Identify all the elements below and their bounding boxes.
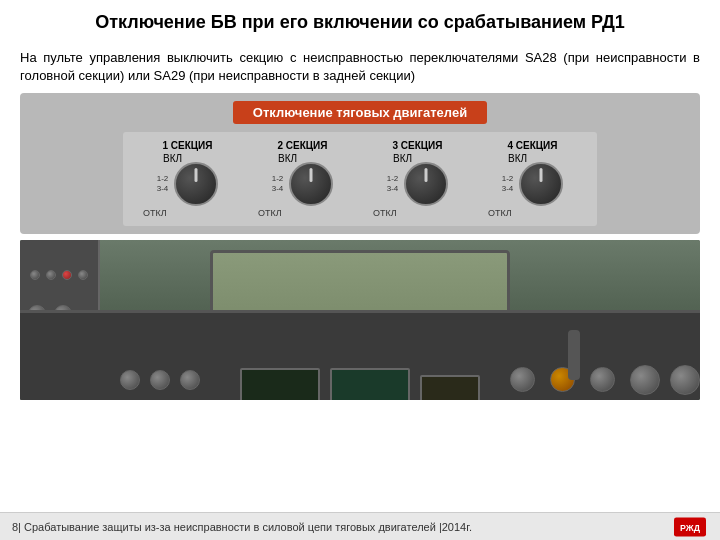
header: Отключение БВ при его включении со сраба… — [0, 0, 720, 41]
sections-container: 1 СЕКЦИЯ ВКЛ 1-2 3-4 ОТКЛ 2 СЕКЦИЯ ВКЛ — [123, 132, 597, 226]
monitor-screen-1 — [240, 368, 320, 400]
dash-panel — [20, 310, 700, 400]
footer-text: 8| Срабатывание защиты из-за неисправнос… — [12, 521, 472, 533]
control-panel-diagram: Отключение тяговых двигателей 1 СЕКЦИЯ В… — [20, 93, 700, 234]
section-4-label: 4 СЕКЦИЯ — [507, 140, 557, 151]
section-1-knob-row: 1-2 3-4 — [157, 162, 219, 206]
section-1-label: 1 СЕКЦИЯ — [162, 140, 212, 151]
monitor-screen-2 — [330, 368, 410, 400]
dash-knob-3 — [180, 370, 200, 390]
monitor-screen-3 — [420, 375, 480, 400]
section-4-knob[interactable] — [519, 162, 563, 206]
indicator-3 — [62, 270, 72, 280]
section-4: 4 СЕКЦИЯ ВКЛ 1-2 3-4 ОТКЛ — [480, 140, 585, 218]
reverser-knob — [630, 365, 660, 395]
section-3-label: 3 СЕКЦИЯ — [392, 140, 442, 151]
brake-knob — [590, 367, 615, 392]
section-1-otkl: ОТКЛ — [143, 208, 167, 218]
section-2-knob-row: 1-2 3-4 — [272, 162, 334, 206]
joystick — [510, 367, 535, 392]
steering-column — [568, 330, 580, 380]
description-text: На пульте управления выключить секцию с … — [0, 41, 720, 93]
section-4-knob-row: 1-2 3-4 — [502, 162, 564, 206]
section-4-otkl: ОТКЛ — [488, 208, 512, 218]
page-title: Отключение БВ при его включении со сраба… — [20, 12, 700, 33]
section-3-otkl: ОТКЛ — [373, 208, 397, 218]
section-2-otkl: ОТКЛ — [258, 208, 282, 218]
section-1: 1 СЕКЦИЯ ВКЛ 1-2 3-4 ОТКЛ — [135, 140, 240, 218]
speed-knob — [670, 365, 700, 395]
panel-title: Отключение тяговых двигателей — [233, 101, 487, 124]
section-2-knob[interactable] — [289, 162, 333, 206]
section-3-knob[interactable] — [404, 162, 448, 206]
indicator-4 — [78, 270, 88, 280]
footer: 8| Срабатывание защиты из-за неисправнос… — [0, 512, 720, 540]
footer-logo: РЖД — [672, 516, 708, 538]
dash-knob-2 — [150, 370, 170, 390]
section-3-knob-row: 1-2 3-4 — [387, 162, 449, 206]
cab-interior — [20, 240, 700, 400]
rzd-logo-svg: РЖД — [674, 517, 706, 537]
section-2-label: 2 СЕКЦИЯ — [277, 140, 327, 151]
dash-knob-1 — [120, 370, 140, 390]
section-2: 2 СЕКЦИЯ ВКЛ 1-2 3-4 ОТКЛ — [250, 140, 355, 218]
section-3: 3 СЕКЦИЯ ВКЛ 1-2 3-4 ОТКЛ — [365, 140, 470, 218]
svg-text:РЖД: РЖД — [680, 523, 701, 533]
indicator-1 — [30, 270, 40, 280]
indicator-2 — [46, 270, 56, 280]
cab-photo — [20, 240, 700, 400]
section-1-knob[interactable] — [174, 162, 218, 206]
